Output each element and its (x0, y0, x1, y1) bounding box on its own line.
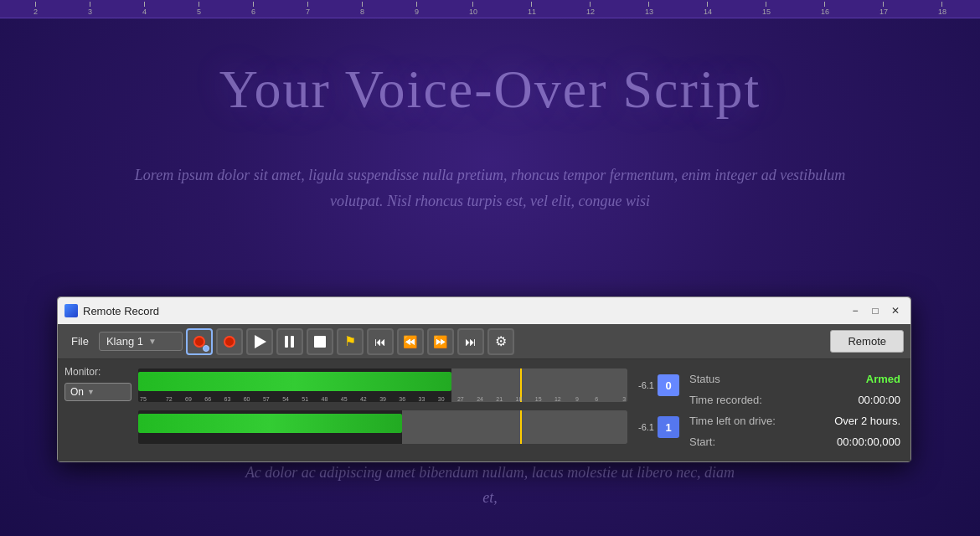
armed-record-button[interactable] (186, 328, 213, 355)
track-area: 75 72 69 66 63 60 57 54 51 48 45 42 39 3… (138, 366, 679, 455)
monitor-select[interactable]: On ▼ (64, 383, 132, 401)
skip-end-icon: ⏭ (465, 335, 477, 348)
track-name: Klang 1 (106, 335, 143, 348)
waveform-gray-track2 (402, 410, 627, 444)
remote-button[interactable]: Remote (830, 330, 904, 353)
time-recorded-value: 00:00:00 (858, 394, 900, 406)
remote-record-dialog: Remote Record − □ ✕ File Klang 1 ▼ (57, 296, 911, 462)
rewind-button[interactable]: ⏪ (397, 328, 424, 355)
time-left-label: Time left on drive: (689, 415, 798, 427)
pause-icon (285, 336, 288, 348)
start-value: 00:00:00,000 (837, 436, 900, 448)
track-db-1: -6.1 (631, 380, 654, 390)
dialog-titlebar: Remote Record − □ ✕ (58, 297, 910, 324)
monitor-value: On (70, 386, 84, 398)
gear-icon: ⚙ (495, 333, 507, 349)
minimize-button[interactable]: − (847, 302, 864, 319)
pause-icon-2 (291, 336, 294, 348)
close-button[interactable]: ✕ (887, 302, 904, 319)
stop-button[interactable] (307, 328, 333, 355)
skip-end-button[interactable]: ⏭ (457, 328, 484, 355)
time-left-value: Over 2 hours. (834, 415, 900, 427)
body-text-bottom: Ac dolor ac adipiscing amet bibendum nul… (245, 460, 735, 511)
track-number-1: 0 (658, 374, 679, 396)
play-icon (255, 335, 266, 348)
time-recorded-label: Time recorded: (689, 394, 798, 406)
skip-start-button[interactable]: ⏮ (367, 328, 394, 355)
toolbar: File Klang 1 ▼ ⚑ (58, 324, 910, 359)
status-row-time-recorded: Time recorded: 00:00:00 (689, 394, 900, 406)
stop-icon (314, 336, 326, 348)
status-label: Status (689, 373, 798, 385)
fast-forward-button[interactable]: ⏩ (427, 328, 454, 355)
status-row-start: Start: 00:00:00,000 (689, 436, 900, 448)
content-area: Monitor: On ▼ 75 72 69 66 (58, 359, 910, 461)
rewind-icon: ⏪ (403, 335, 417, 348)
dialog-controls: − □ ✕ (847, 302, 904, 319)
track-waveform-2 (138, 410, 627, 444)
settings-button[interactable]: ⚙ (487, 328, 514, 355)
record-dot-icon (224, 336, 235, 348)
start-label: Start: (689, 436, 798, 448)
status-row-status: Status Armed (689, 373, 900, 385)
file-menu-button[interactable]: File (64, 332, 95, 351)
page-title: Your Voice-Over Script (219, 59, 761, 121)
record-button[interactable] (216, 328, 243, 355)
status-panel: Status Armed Time recorded: 00:00:00 Tim… (686, 366, 904, 455)
fast-forward-icon: ⏩ (433, 335, 447, 348)
track-row-1: 75 72 69 66 63 60 57 54 51 48 45 42 39 3… (138, 366, 679, 405)
track-row-2: -6.1 1 (138, 408, 679, 446)
maximize-button[interactable]: □ (867, 302, 884, 319)
track-db-2: -6.1 (631, 422, 654, 432)
monitor-label: Monitor: (64, 366, 132, 378)
app-icon (64, 304, 78, 317)
waveform-green-track1 (138, 372, 451, 391)
skip-start-icon: ⏮ (374, 335, 386, 348)
pause-button[interactable] (276, 328, 303, 355)
waveform-green-track2 (138, 414, 402, 433)
left-panel: Monitor: On ▼ (64, 366, 132, 455)
playhead-2 (520, 410, 522, 444)
track-waveform-1: 75 72 69 66 63 60 57 54 51 48 45 42 39 3… (138, 368, 627, 402)
status-row-time-left: Time left on drive: Over 2 hours. (689, 415, 900, 427)
track-select-arrow-icon: ▼ (148, 337, 157, 346)
track-number-2: 1 (658, 416, 679, 438)
monitor-arrow-icon: ▼ (87, 388, 95, 396)
flag-button[interactable]: ⚑ (337, 328, 364, 355)
dialog-title-left: Remote Record (64, 304, 159, 317)
play-button[interactable] (246, 328, 273, 355)
status-value-armed: Armed (866, 373, 900, 385)
body-text: Lorem ipsum dolor sit amet, ligula suspe… (113, 162, 867, 214)
track-selector[interactable]: Klang 1 ▼ (99, 332, 183, 351)
flag-icon: ⚑ (344, 333, 356, 349)
dialog-title-text: Remote Record (83, 305, 159, 317)
